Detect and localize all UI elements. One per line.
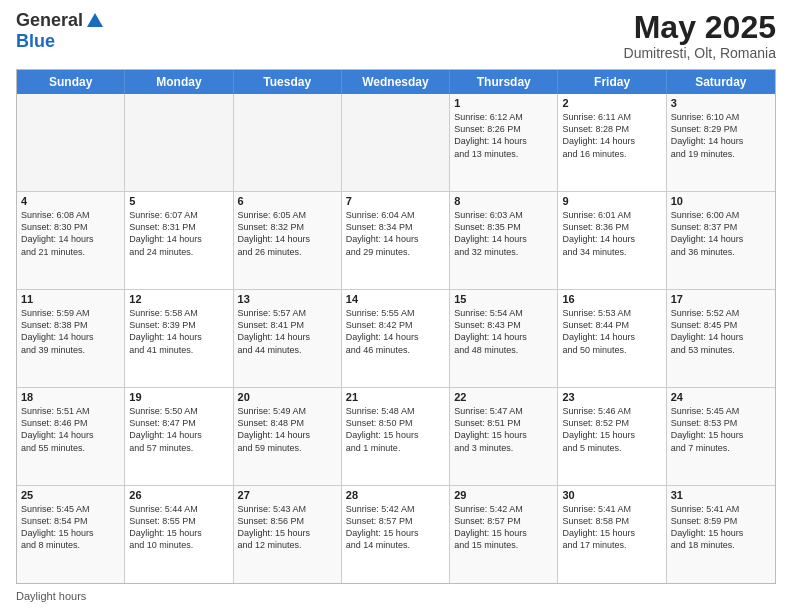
calendar-cell: 12Sunrise: 5:58 AM Sunset: 8:39 PM Dayli… (125, 290, 233, 387)
day-info: Sunrise: 6:04 AM Sunset: 8:34 PM Dayligh… (346, 209, 445, 258)
calendar-cell: 1Sunrise: 6:12 AM Sunset: 8:26 PM Daylig… (450, 94, 558, 191)
day-info: Sunrise: 5:46 AM Sunset: 8:52 PM Dayligh… (562, 405, 661, 454)
day-number: 16 (562, 293, 661, 305)
page: General Blue May 2025 Dumitresti, Olt, R… (0, 0, 792, 612)
day-number: 3 (671, 97, 771, 109)
day-number: 15 (454, 293, 553, 305)
day-info: Sunrise: 5:43 AM Sunset: 8:56 PM Dayligh… (238, 503, 337, 552)
day-info: Sunrise: 5:48 AM Sunset: 8:50 PM Dayligh… (346, 405, 445, 454)
day-number: 7 (346, 195, 445, 207)
calendar-cell: 29Sunrise: 5:42 AM Sunset: 8:57 PM Dayli… (450, 486, 558, 583)
calendar-cell: 7Sunrise: 6:04 AM Sunset: 8:34 PM Daylig… (342, 192, 450, 289)
day-info: Sunrise: 5:57 AM Sunset: 8:41 PM Dayligh… (238, 307, 337, 356)
day-info: Sunrise: 6:03 AM Sunset: 8:35 PM Dayligh… (454, 209, 553, 258)
daylight-label: Daylight hours (16, 590, 86, 602)
calendar-week-3: 11Sunrise: 5:59 AM Sunset: 8:38 PM Dayli… (17, 289, 775, 387)
logo-triangle-icon (87, 13, 103, 27)
day-info: Sunrise: 6:12 AM Sunset: 8:26 PM Dayligh… (454, 111, 553, 160)
header-day-thursday: Thursday (450, 70, 558, 94)
calendar-cell: 14Sunrise: 5:55 AM Sunset: 8:42 PM Dayli… (342, 290, 450, 387)
calendar-header: SundayMondayTuesdayWednesdayThursdayFrid… (17, 70, 775, 94)
calendar-cell: 28Sunrise: 5:42 AM Sunset: 8:57 PM Dayli… (342, 486, 450, 583)
calendar-cell: 11Sunrise: 5:59 AM Sunset: 8:38 PM Dayli… (17, 290, 125, 387)
calendar-cell: 10Sunrise: 6:00 AM Sunset: 8:37 PM Dayli… (667, 192, 775, 289)
calendar-cell: 23Sunrise: 5:46 AM Sunset: 8:52 PM Dayli… (558, 388, 666, 485)
logo: General Blue (16, 10, 103, 52)
day-info: Sunrise: 5:49 AM Sunset: 8:48 PM Dayligh… (238, 405, 337, 454)
calendar-cell (17, 94, 125, 191)
calendar-cell: 4Sunrise: 6:08 AM Sunset: 8:30 PM Daylig… (17, 192, 125, 289)
day-number: 20 (238, 391, 337, 403)
calendar-cell: 22Sunrise: 5:47 AM Sunset: 8:51 PM Dayli… (450, 388, 558, 485)
day-info: Sunrise: 5:55 AM Sunset: 8:42 PM Dayligh… (346, 307, 445, 356)
day-number: 31 (671, 489, 771, 501)
calendar-cell: 30Sunrise: 5:41 AM Sunset: 8:58 PM Dayli… (558, 486, 666, 583)
day-info: Sunrise: 6:10 AM Sunset: 8:29 PM Dayligh… (671, 111, 771, 160)
header-day-saturday: Saturday (667, 70, 775, 94)
day-number: 28 (346, 489, 445, 501)
calendar-cell: 21Sunrise: 5:48 AM Sunset: 8:50 PM Dayli… (342, 388, 450, 485)
footer: Daylight hours (16, 590, 776, 602)
calendar-cell: 5Sunrise: 6:07 AM Sunset: 8:31 PM Daylig… (125, 192, 233, 289)
day-info: Sunrise: 5:45 AM Sunset: 8:54 PM Dayligh… (21, 503, 120, 552)
day-info: Sunrise: 5:52 AM Sunset: 8:45 PM Dayligh… (671, 307, 771, 356)
day-info: Sunrise: 5:44 AM Sunset: 8:55 PM Dayligh… (129, 503, 228, 552)
day-info: Sunrise: 6:07 AM Sunset: 8:31 PM Dayligh… (129, 209, 228, 258)
day-info: Sunrise: 5:47 AM Sunset: 8:51 PM Dayligh… (454, 405, 553, 454)
calendar-cell: 24Sunrise: 5:45 AM Sunset: 8:53 PM Dayli… (667, 388, 775, 485)
calendar-cell (125, 94, 233, 191)
calendar-week-1: 1Sunrise: 6:12 AM Sunset: 8:26 PM Daylig… (17, 94, 775, 191)
calendar-cell: 27Sunrise: 5:43 AM Sunset: 8:56 PM Dayli… (234, 486, 342, 583)
day-number: 11 (21, 293, 120, 305)
day-info: Sunrise: 6:00 AM Sunset: 8:37 PM Dayligh… (671, 209, 771, 258)
calendar: SundayMondayTuesdayWednesdayThursdayFrid… (16, 69, 776, 584)
calendar-cell: 25Sunrise: 5:45 AM Sunset: 8:54 PM Dayli… (17, 486, 125, 583)
day-info: Sunrise: 5:42 AM Sunset: 8:57 PM Dayligh… (346, 503, 445, 552)
location-subtitle: Dumitresti, Olt, Romania (624, 45, 776, 61)
day-info: Sunrise: 5:41 AM Sunset: 8:59 PM Dayligh… (671, 503, 771, 552)
day-number: 4 (21, 195, 120, 207)
calendar-cell: 31Sunrise: 5:41 AM Sunset: 8:59 PM Dayli… (667, 486, 775, 583)
calendar-cell: 20Sunrise: 5:49 AM Sunset: 8:48 PM Dayli… (234, 388, 342, 485)
header-day-tuesday: Tuesday (234, 70, 342, 94)
day-info: Sunrise: 5:51 AM Sunset: 8:46 PM Dayligh… (21, 405, 120, 454)
header-day-monday: Monday (125, 70, 233, 94)
day-number: 18 (21, 391, 120, 403)
day-info: Sunrise: 6:05 AM Sunset: 8:32 PM Dayligh… (238, 209, 337, 258)
day-info: Sunrise: 5:42 AM Sunset: 8:57 PM Dayligh… (454, 503, 553, 552)
day-number: 14 (346, 293, 445, 305)
calendar-cell (234, 94, 342, 191)
calendar-cell: 3Sunrise: 6:10 AM Sunset: 8:29 PM Daylig… (667, 94, 775, 191)
day-info: Sunrise: 6:11 AM Sunset: 8:28 PM Dayligh… (562, 111, 661, 160)
header: General Blue May 2025 Dumitresti, Olt, R… (16, 10, 776, 61)
day-number: 25 (21, 489, 120, 501)
day-number: 17 (671, 293, 771, 305)
day-number: 27 (238, 489, 337, 501)
calendar-cell: 26Sunrise: 5:44 AM Sunset: 8:55 PM Dayli… (125, 486, 233, 583)
calendar-cell: 17Sunrise: 5:52 AM Sunset: 8:45 PM Dayli… (667, 290, 775, 387)
day-info: Sunrise: 6:08 AM Sunset: 8:30 PM Dayligh… (21, 209, 120, 258)
day-info: Sunrise: 5:45 AM Sunset: 8:53 PM Dayligh… (671, 405, 771, 454)
logo-general: General (16, 10, 83, 31)
day-number: 12 (129, 293, 228, 305)
calendar-week-4: 18Sunrise: 5:51 AM Sunset: 8:46 PM Dayli… (17, 387, 775, 485)
day-info: Sunrise: 5:53 AM Sunset: 8:44 PM Dayligh… (562, 307, 661, 356)
day-info: Sunrise: 5:41 AM Sunset: 8:58 PM Dayligh… (562, 503, 661, 552)
calendar-cell: 15Sunrise: 5:54 AM Sunset: 8:43 PM Dayli… (450, 290, 558, 387)
logo-blue: Blue (16, 31, 55, 52)
day-number: 23 (562, 391, 661, 403)
day-number: 13 (238, 293, 337, 305)
calendar-week-2: 4Sunrise: 6:08 AM Sunset: 8:30 PM Daylig… (17, 191, 775, 289)
calendar-week-5: 25Sunrise: 5:45 AM Sunset: 8:54 PM Dayli… (17, 485, 775, 583)
day-info: Sunrise: 6:01 AM Sunset: 8:36 PM Dayligh… (562, 209, 661, 258)
day-number: 10 (671, 195, 771, 207)
day-number: 6 (238, 195, 337, 207)
calendar-cell (342, 94, 450, 191)
calendar-cell: 8Sunrise: 6:03 AM Sunset: 8:35 PM Daylig… (450, 192, 558, 289)
day-info: Sunrise: 5:50 AM Sunset: 8:47 PM Dayligh… (129, 405, 228, 454)
header-day-sunday: Sunday (17, 70, 125, 94)
day-number: 2 (562, 97, 661, 109)
calendar-cell: 6Sunrise: 6:05 AM Sunset: 8:32 PM Daylig… (234, 192, 342, 289)
day-number: 30 (562, 489, 661, 501)
month-title: May 2025 (624, 10, 776, 45)
